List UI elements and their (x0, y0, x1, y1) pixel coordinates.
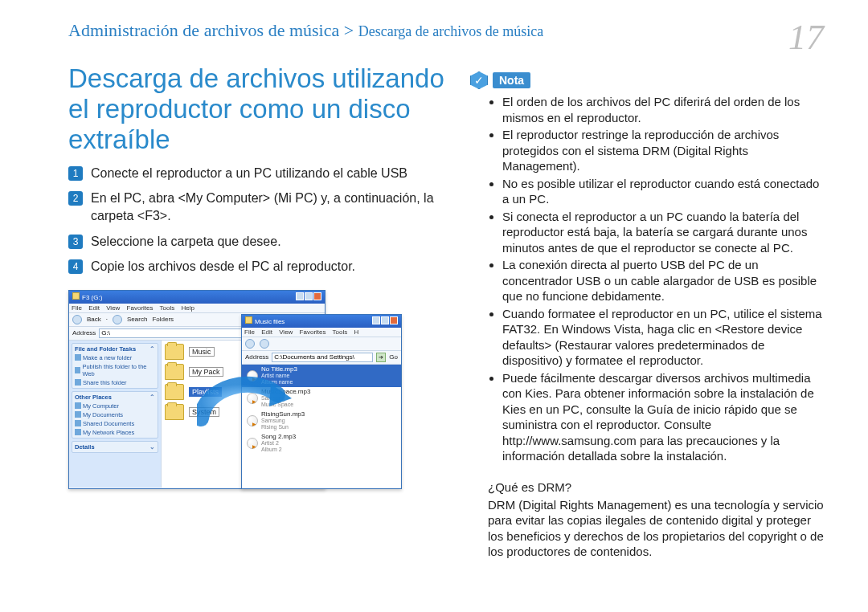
toolbar (242, 337, 401, 351)
page-number: 17 (788, 20, 824, 55)
go-label: Go (389, 353, 398, 361)
file-album: Album name (261, 379, 293, 385)
menu-item[interactable]: Edit (261, 328, 272, 336)
tasks-header: File and Folder Tasks (75, 345, 136, 353)
note-item: La conexión directa al puerto USB del PC… (502, 257, 824, 304)
place-item[interactable]: My Documents (75, 411, 155, 418)
explorer-side-panel: File and Folder Tasks⌃ Make a new folder… (69, 341, 162, 488)
note-item: El reproductor restringe la reproducción… (502, 127, 824, 174)
window-buttons (295, 292, 321, 302)
menu-item[interactable]: View (279, 328, 293, 336)
folder-icon (165, 384, 184, 400)
folder-icon (245, 316, 252, 324)
note-item: Si conecta el reproductor a un PC cuando… (502, 209, 824, 256)
file-album: Album 2 (261, 447, 282, 452)
step-item: 4Copie los archivos desde el PC al repro… (68, 258, 446, 275)
menu-item[interactable]: File (244, 328, 255, 336)
folder-label: System (189, 407, 219, 417)
task-item[interactable]: Publish this folder to the Web (75, 363, 155, 377)
step-item: 1Conecte el reproductor a un PC utilizan… (68, 165, 446, 182)
back-icon[interactable] (72, 315, 82, 324)
file-item[interactable]: MusicSpace.mp3SamsungMusic Space (242, 387, 401, 410)
collapse-icon[interactable]: ⌃ (149, 345, 155, 353)
menu-item[interactable]: Favorites (127, 304, 154, 312)
note-item: No es posible utilizar el reproductor cu… (502, 176, 824, 207)
step-number-icon: 1 (68, 166, 83, 181)
file-artist: Samsung (261, 418, 285, 423)
menu-item[interactable]: H (354, 328, 359, 336)
folder-icon (165, 364, 184, 380)
task-item[interactable]: Make a new folder (75, 354, 155, 361)
details-header: Details (75, 443, 95, 451)
breadcrumb: Administración de archivos de música > D… (68, 20, 543, 41)
file-item[interactable]: RisingSun.mp3SamsungRising Sun (242, 410, 401, 432)
menu-item[interactable]: Tools (160, 304, 175, 312)
shared-docs-icon (75, 420, 81, 426)
step-item: 2En el PC, abra <My Computer> (Mi PC) y,… (68, 190, 446, 224)
file-name: No Title.mp3 (261, 365, 297, 373)
expand-icon[interactable]: ⌄ (149, 443, 155, 451)
step-text: Seleccione la carpeta que desee. (91, 233, 281, 251)
folders-label[interactable]: Folders (152, 316, 174, 323)
note-cube-icon: ✓ (470, 71, 488, 89)
audio-file-icon (247, 415, 258, 426)
close-icon[interactable] (390, 316, 398, 324)
breadcrumb-separator: > (339, 20, 358, 40)
file-item[interactable]: Song 2.mp3Artist 2Album 2 (242, 432, 401, 455)
back-icon[interactable] (245, 339, 255, 349)
page-title: Descarga de archivos utilizando el repro… (68, 63, 446, 155)
forward-icon[interactable] (113, 315, 122, 324)
go-button[interactable]: ➔ (376, 353, 386, 362)
file-name: RisingSun.mp3 (261, 410, 305, 418)
folder-icon (165, 404, 184, 420)
note-item: Cuando formatee el reproductor en un PC,… (502, 306, 824, 369)
note-item: El orden de los archivos del PC diferirá… (502, 94, 824, 125)
file-item[interactable]: No Title.mp3Artist nameAlbum name (242, 365, 401, 387)
other-places-header: Other Places (75, 394, 112, 401)
step-number-icon: 4 (68, 259, 83, 274)
menu-item[interactable]: View (106, 304, 120, 312)
menu-item[interactable]: Help (182, 304, 194, 312)
search-label[interactable]: Search (127, 316, 147, 323)
file-album: Rising Sun (261, 424, 289, 430)
forward-icon[interactable] (260, 339, 269, 349)
details-box: Details⌄ (72, 441, 158, 453)
my-documents-icon (75, 411, 81, 418)
breadcrumb-parent: Administración de archivos de música (68, 20, 339, 40)
minimize-icon[interactable] (372, 316, 380, 324)
drm-question: ¿Qué es DRM? (488, 480, 824, 494)
task-item[interactable]: Share this folder (75, 379, 155, 386)
menu-item[interactable]: File (72, 304, 82, 312)
file-listing: No Title.mp3Artist nameAlbum name MusicS… (242, 365, 401, 488)
note-bullets: El orden de los archivos del PC diferirá… (470, 94, 824, 464)
close-icon[interactable] (313, 292, 321, 300)
window-buttons (371, 316, 398, 326)
folder-icon (165, 344, 184, 360)
back-label[interactable]: Back (87, 316, 101, 323)
note-label: Nota (493, 72, 530, 88)
audio-file-icon (247, 370, 258, 381)
place-item[interactable]: My Network Places (75, 429, 155, 436)
window-titlebar: Music files (242, 315, 401, 328)
file-name: Song 2.mp3 (261, 433, 296, 440)
note-item: Puede fácilmente descargar diversos arch… (502, 370, 824, 464)
address-label: Address (245, 353, 268, 361)
menu-item[interactable]: Edit (88, 304, 100, 312)
place-item[interactable]: Shared Documents (75, 420, 155, 427)
collapse-icon[interactable]: ⌃ (149, 394, 155, 401)
menu-item[interactable]: Tools (333, 328, 348, 336)
minimize-icon[interactable] (296, 292, 304, 300)
menu-item[interactable]: Favorites (300, 328, 326, 336)
other-places-box: Other Places⌃ My Computer My Documents S… (72, 391, 158, 439)
breadcrumb-child: Descarga de archivos de música (358, 23, 544, 39)
my-computer-icon (75, 402, 81, 409)
address-input[interactable] (272, 353, 373, 362)
steps-list: 1Conecte el reproductor a un PC utilizan… (68, 165, 446, 275)
step-number-icon: 2 (68, 191, 83, 206)
maximize-icon[interactable] (305, 292, 313, 300)
menu-bar: File Edit View Favorites Tools H (242, 328, 401, 337)
maximize-icon[interactable] (381, 316, 389, 324)
step-text: En el PC, abra <My Computer> (Mi PC) y, … (91, 190, 446, 224)
step-item: 3Seleccione la carpeta que desee. (68, 233, 446, 251)
place-item[interactable]: My Computer (75, 402, 155, 410)
